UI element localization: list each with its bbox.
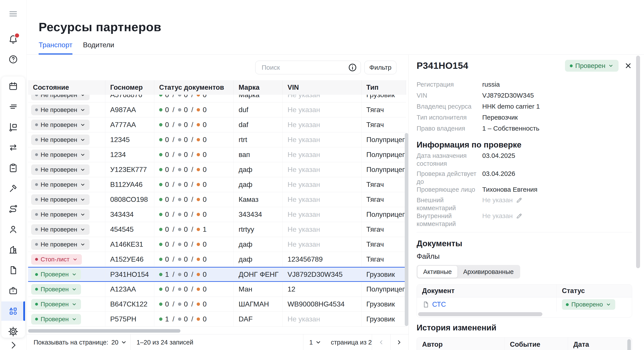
route-icon[interactable] bbox=[8, 204, 18, 214]
cell-vin: Не указан bbox=[283, 222, 362, 237]
hammer-icon[interactable] bbox=[8, 183, 18, 194]
table-row[interactable]: Не проверенВ112УА460/0/0дафНе указанТяга… bbox=[28, 177, 406, 192]
table-row[interactable]: Не проверенА146КЕ310/0/0дафНе указанТяга… bbox=[28, 237, 406, 252]
cell-plate: Р341НО154 bbox=[105, 268, 154, 281]
table-row[interactable]: Не проверен3434340/0/0343434Не указанПол… bbox=[28, 207, 406, 222]
table-row[interactable]: Не проверенУ123ЕК7770/0/0дафНе указанПол… bbox=[28, 162, 406, 177]
row-status-chip[interactable]: Проверен bbox=[31, 314, 81, 324]
document-icon[interactable] bbox=[8, 265, 18, 275]
table-row[interactable]: ПроверенВ647СК1220/0/0ШАГМАНWB90008HG453… bbox=[28, 297, 406, 312]
building-icon[interactable] bbox=[8, 245, 18, 255]
row-status-chip[interactable]: Не проверен bbox=[31, 209, 90, 220]
calendar-icon[interactable] bbox=[8, 81, 18, 91]
row-status-chip[interactable]: Не проверен bbox=[31, 95, 90, 100]
document-status-chip[interactable]: Проверено bbox=[562, 299, 615, 310]
order-lines-icon[interactable] bbox=[8, 102, 18, 112]
row-status-chip[interactable]: Не проверен bbox=[31, 180, 90, 190]
documents-horizontal-scrollbar[interactable] bbox=[418, 312, 542, 316]
edit-pencil-icon[interactable] bbox=[516, 212, 522, 219]
table-row[interactable]: ПроверенР575РН1/0/0DAFНе указанГрузовик bbox=[28, 312, 406, 327]
row-status-chip[interactable]: Проверен bbox=[31, 284, 81, 295]
row-status-chip[interactable]: Не проверен bbox=[31, 164, 90, 175]
cell-brand: Марка bbox=[234, 95, 283, 102]
edit-pencil-icon[interactable] bbox=[516, 197, 522, 203]
check-field-row: Внешний комментарийНе указан bbox=[416, 196, 632, 212]
column-header-5: VIN bbox=[283, 80, 362, 95]
cell-brand: duf bbox=[234, 102, 283, 117]
help-icon[interactable] bbox=[8, 54, 18, 64]
files-filter-segmented: Активные Архивированные bbox=[416, 265, 520, 279]
table-row[interactable]: Не проверен12340/0/0вапНе указанПолуприц… bbox=[28, 147, 406, 162]
notifications-bell-icon[interactable] bbox=[8, 34, 18, 44]
search-box[interactable] bbox=[255, 61, 361, 74]
per-page-label: Показывать на странице: bbox=[34, 339, 108, 346]
shapes-resources-icon[interactable] bbox=[8, 306, 18, 316]
table-row[interactable]: Стоп-листА152УЕ460/0/0даф123456789Тягач bbox=[28, 252, 406, 267]
check-label: Проверка действует до bbox=[416, 170, 482, 186]
row-status-chip[interactable]: Стоп-лист bbox=[31, 254, 82, 265]
expand-chevron-icon[interactable] bbox=[8, 340, 18, 350]
cell-brand: вап bbox=[234, 147, 283, 162]
table-row[interactable]: ПроверенА123АА0/0/0Ман12Полуприцеп bbox=[28, 282, 406, 297]
handtruck-icon[interactable] bbox=[8, 122, 18, 132]
per-page-select[interactable]: 20 bbox=[111, 339, 127, 346]
check-value: Не указан bbox=[482, 196, 632, 204]
table-row[interactable]: Не проверен4545450/0/1rtrtyyНе указанТяг… bbox=[28, 222, 406, 237]
row-status-chip[interactable]: Не проверен bbox=[31, 239, 90, 250]
close-icon[interactable] bbox=[624, 62, 632, 70]
tab-transport[interactable]: Транспорт bbox=[39, 41, 72, 55]
tab-archived-files[interactable]: Архивированные bbox=[458, 266, 519, 278]
table-horizontal-scrollbar[interactable] bbox=[28, 329, 180, 333]
column-header-2: Госномер bbox=[105, 80, 154, 95]
table-row[interactable]: Не проверенА987АА0/0/0dufНе указанТягач bbox=[28, 102, 406, 117]
column-header-4: Марка bbox=[234, 80, 283, 95]
history-table: Автор Событие Дата Тихонова ЕвгенияИзмен… bbox=[416, 337, 632, 350]
table-row[interactable]: Не проверен0808СО1980/0/0КамазНе указанТ… bbox=[28, 192, 406, 207]
cell-type: Тягач bbox=[362, 102, 406, 117]
page-select[interactable]: 1 bbox=[309, 339, 322, 346]
next-page-button[interactable] bbox=[391, 334, 408, 350]
info-label: Тип исполнителя bbox=[416, 113, 482, 121]
row-status-chip[interactable]: Не проверен bbox=[31, 134, 90, 145]
settings-gear-icon[interactable] bbox=[8, 326, 18, 336]
person-icon[interactable] bbox=[8, 224, 18, 234]
table-vertical-scrollbar[interactable] bbox=[405, 133, 408, 326]
row-status-chip[interactable]: Проверен bbox=[31, 299, 81, 309]
cell-vin: Не указан bbox=[283, 237, 362, 252]
table-body: Не проверенА57688760/0/0МаркаНе указанГр… bbox=[28, 95, 406, 327]
row-status-chip[interactable]: Не проверен bbox=[31, 120, 90, 130]
tab-drivers[interactable]: Водители bbox=[83, 41, 114, 55]
panel-status-chip[interactable]: Проверен bbox=[565, 60, 618, 72]
cell-vin: Не указан bbox=[283, 162, 362, 177]
search-input[interactable] bbox=[261, 64, 348, 71]
history-vertical-scrollbar[interactable] bbox=[627, 339, 631, 350]
clipboard-icon[interactable] bbox=[8, 163, 18, 173]
menu-icon[interactable] bbox=[8, 9, 18, 19]
tab-active-files[interactable]: Активные bbox=[418, 266, 458, 278]
notification-badge bbox=[14, 33, 20, 38]
transfer-arrows-icon[interactable] bbox=[8, 142, 18, 152]
row-status-chip[interactable]: Не проверен bbox=[31, 105, 90, 115]
table-row[interactable]: Не проверен123450/0/0rtrtНе указанПолупр… bbox=[28, 132, 406, 147]
cell-plate: 454545 bbox=[105, 222, 154, 237]
prev-page-button[interactable] bbox=[373, 334, 390, 350]
cell-doc-status: 0/0/0 bbox=[154, 147, 234, 162]
cell-brand: rtrtyy bbox=[234, 222, 283, 237]
document-link[interactable]: СТС bbox=[422, 300, 446, 308]
briefcase-icon[interactable] bbox=[8, 286, 18, 296]
sidebar bbox=[0, 0, 26, 350]
per-page-group: Показывать на странице: 20 bbox=[34, 334, 127, 350]
table-row[interactable]: ПроверенР341НО1541/0/0ДОНГ ФЕНГVJ8792D30… bbox=[28, 267, 406, 282]
table-row[interactable]: Не проверенА57688760/0/0МаркаНе указанГр… bbox=[28, 95, 406, 102]
cell-vin: 12 bbox=[283, 282, 362, 297]
table-row[interactable]: Не проверенА777АА0/0/0dafНе указанТягач bbox=[28, 117, 406, 132]
row-status-chip[interactable]: Не проверен bbox=[31, 194, 90, 205]
files-label: Файлы bbox=[416, 252, 632, 261]
row-status-chip[interactable]: Не проверен bbox=[31, 149, 90, 160]
row-status-chip[interactable]: Не проверен bbox=[31, 224, 90, 235]
search-info-icon[interactable] bbox=[348, 63, 357, 72]
cell-type: Тягач bbox=[362, 252, 406, 267]
row-status-chip[interactable]: Проверен bbox=[31, 269, 81, 280]
filter-button[interactable]: Фильтр bbox=[364, 61, 396, 74]
panel-scrollbar[interactable] bbox=[636, 56, 640, 268]
